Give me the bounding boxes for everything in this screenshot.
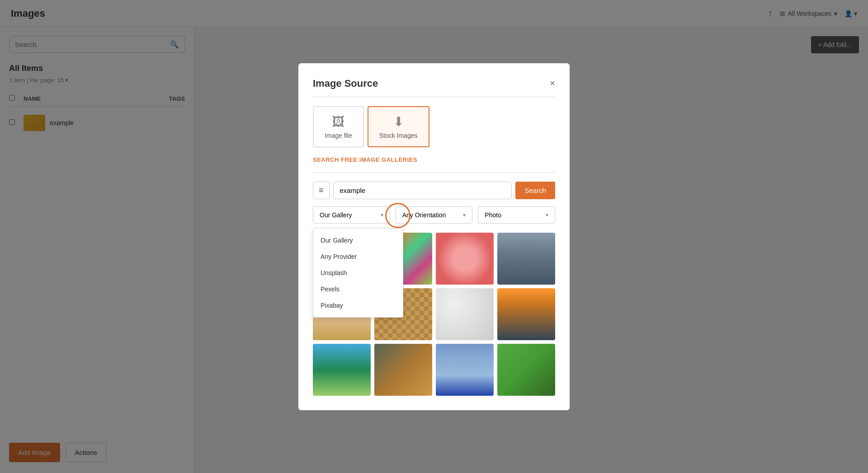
- filter-button[interactable]: ≡: [313, 182, 330, 199]
- provider-dropdown[interactable]: Our Gallery ▾: [313, 206, 390, 224]
- image-file-label: Image file: [325, 132, 352, 139]
- modal-title: Image Source: [313, 78, 378, 89]
- image-source-modal: Image Source × 🖼 Image file ⬇ Stock Imag…: [298, 63, 570, 410]
- orientation-label: Any Orientation: [402, 211, 446, 219]
- gallery-link[interactable]: SEARCH FREE IMAGE GALLERIES: [313, 156, 555, 163]
- provider-option-unsplash[interactable]: Unsplash: [313, 265, 403, 281]
- tab-image-file[interactable]: 🖼 Image file: [313, 106, 364, 147]
- tab-stock-images[interactable]: ⬇ Stock Images: [368, 106, 429, 147]
- type-chevron-icon: ▾: [546, 212, 548, 218]
- image-cell[interactable]: [313, 344, 371, 396]
- type-label: Photo: [485, 211, 501, 219]
- divider: [313, 172, 555, 173]
- provider-label: Our Gallery: [320, 211, 352, 219]
- source-tabs: 🖼 Image file ⬇ Stock Images: [313, 106, 555, 147]
- provider-option-any[interactable]: Any Provider: [313, 248, 403, 265]
- search-input[interactable]: [333, 182, 512, 199]
- orientation-chevron-icon: ▾: [463, 212, 466, 218]
- image-cell[interactable]: [497, 344, 555, 396]
- provider-option-pexels[interactable]: Pexels: [313, 281, 403, 297]
- stock-images-icon: ⬇: [379, 114, 418, 129]
- search-row: ≡ Search: [313, 182, 555, 199]
- image-cell[interactable]: [436, 344, 494, 396]
- image-cell[interactable]: [374, 344, 432, 396]
- search-button[interactable]: Search: [515, 182, 555, 199]
- stock-images-label: Stock Images: [379, 132, 418, 139]
- type-dropdown[interactable]: Photo ▾: [478, 206, 555, 224]
- filter-row: Our Gallery ▾ Any Orientation ▾ Photo ▾ …: [313, 206, 555, 224]
- image-file-icon: 🖼: [325, 114, 352, 129]
- orientation-dropdown[interactable]: Any Orientation ▾: [396, 206, 473, 224]
- image-cell[interactable]: [436, 288, 494, 340]
- provider-dropdown-menu: Our Gallery Any Provider Unsplash Pexels…: [313, 228, 403, 318]
- provider-option-pixabay[interactable]: Pixabay: [313, 297, 403, 314]
- provider-option-our-gallery[interactable]: Our Gallery: [313, 232, 403, 248]
- close-button[interactable]: ×: [550, 78, 555, 89]
- provider-chevron-icon: ▾: [381, 212, 383, 218]
- image-cell[interactable]: [436, 233, 494, 285]
- image-cell[interactable]: [497, 288, 555, 340]
- image-cell[interactable]: [497, 233, 555, 285]
